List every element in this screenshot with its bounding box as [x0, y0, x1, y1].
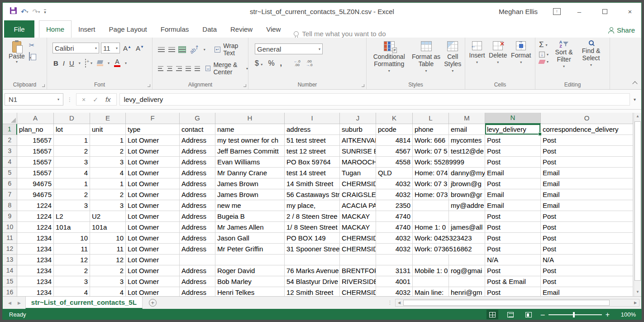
cell-G13[interactable] — [180, 255, 215, 265]
cell-H8[interactable]: new me — [215, 200, 285, 211]
formula-input[interactable]: levy_delivery — [119, 93, 630, 106]
row-header-9[interactable]: 9 — [3, 211, 17, 222]
cell-E3[interactable]: 2 — [90, 146, 126, 157]
cell-I11[interactable]: PO BOX 149 — [285, 233, 340, 244]
row-header-8[interactable]: 8 — [3, 200, 17, 211]
share-button[interactable]: Share — [608, 26, 635, 34]
scroll-left-arrow[interactable]: ◀ — [396, 301, 403, 305]
cell-L4[interactable]: Work: 55289999 — [413, 157, 449, 168]
row-header-10[interactable]: 10 — [3, 222, 17, 233]
cell-D2[interactable]: 1 — [54, 135, 90, 146]
cell-D11[interactable]: 10 — [54, 233, 90, 244]
cell-G8[interactable]: Address — [180, 200, 215, 211]
cell-E7[interactable]: 2 — [90, 189, 126, 200]
cell-G4[interactable]: Address — [180, 157, 215, 168]
cell-H12[interactable]: Mr Peter Griffin — [215, 244, 285, 255]
cell-D16[interactable]: 4 — [54, 287, 90, 296]
cell-I7[interactable]: 56 Castaways Str — [285, 189, 340, 200]
cell-N2[interactable]: Post — [485, 135, 541, 146]
horizontal-scroll-thumb[interactable] — [403, 300, 610, 306]
cell-K11[interactable]: 4032 — [376, 233, 413, 244]
cell-G1[interactable]: contact — [180, 124, 215, 135]
cell-A6[interactable]: 94675 — [17, 178, 54, 189]
column-header-K[interactable]: K — [376, 113, 413, 124]
font-color-button[interactable]: A — [114, 59, 120, 67]
cell-E8[interactable]: 3 — [90, 200, 126, 211]
collapse-ribbon-button[interactable] — [632, 81, 637, 86]
cell-O1[interactable]: correspondence_delivery — [541, 124, 633, 135]
cell-E5[interactable]: 4 — [90, 168, 126, 178]
column-header-L[interactable]: L — [413, 113, 449, 124]
cell-O10[interactable]: Post — [541, 222, 633, 233]
cell-H4[interactable]: Evan Williams — [215, 157, 285, 168]
cell-D3[interactable]: 2 — [54, 146, 90, 157]
wrap-text-button[interactable]: ↩ Wrap Text — [215, 42, 248, 57]
bold-button[interactable]: B — [53, 59, 58, 67]
cell-M16[interactable]: henri@gm — [449, 287, 485, 296]
middle-align-button[interactable] — [168, 47, 175, 53]
dialog-launcher-clipboard[interactable] — [42, 84, 45, 87]
bottom-align-button[interactable] — [179, 47, 186, 53]
cell-H10[interactable]: Mr James Allen — [215, 222, 285, 233]
cell-A8[interactable]: 1224 — [17, 200, 54, 211]
cell-E15[interactable]: 3 — [90, 276, 126, 287]
cell-A1[interactable]: plan_no — [17, 124, 54, 135]
tell-me-box[interactable]: Tell me what you want to do — [294, 30, 386, 38]
cell-G16[interactable]: Address — [180, 287, 215, 296]
row-header-2[interactable]: 2 — [3, 135, 17, 146]
cell-L7[interactable]: Home: 073 — [413, 189, 449, 200]
cell-J13[interactable] — [340, 255, 376, 265]
cell-I14[interactable]: 76 Marks Avenue — [285, 265, 340, 276]
page-layout-view-button[interactable] — [505, 310, 516, 319]
cell-A12[interactable]: 1234 — [17, 244, 54, 255]
cell-F13[interactable]: Lot Owner — [126, 255, 180, 265]
font-size-combo[interactable]: 11▾ — [101, 43, 120, 53]
cell-F14[interactable]: Lot Owner — [126, 265, 180, 276]
italic-button[interactable]: I — [63, 59, 65, 67]
cell-N1[interactable]: levy_delivery — [485, 124, 541, 135]
cell-E4[interactable]: 3 — [90, 157, 126, 168]
maximize-button[interactable] — [598, 8, 611, 15]
cell-N7[interactable]: Email — [485, 189, 541, 200]
cell-F2[interactable]: Lot Owner — [126, 135, 180, 146]
cell-J12[interactable]: CHERMSID — [340, 244, 376, 255]
cell-D5[interactable]: 4 — [54, 168, 90, 178]
cell-F8[interactable]: Lot Owner — [126, 200, 180, 211]
cell-M9[interactable] — [449, 211, 485, 222]
cell-N4[interactable]: Post — [485, 157, 541, 168]
row-header-1[interactable]: 1 — [3, 124, 17, 135]
cell-G3[interactable]: Address — [180, 146, 215, 157]
cell-O2[interactable]: Post — [541, 135, 633, 146]
cell-G12[interactable]: Address — [180, 244, 215, 255]
shrink-font-button[interactable]: A▼ — [134, 44, 145, 52]
vertical-scroll-thumb[interactable] — [634, 121, 641, 281]
cell-A13[interactable]: 1234 — [17, 255, 54, 265]
cell-K3[interactable]: 4567 — [376, 146, 413, 157]
save-button[interactable] — [10, 7, 17, 16]
column-header-D[interactable]: D — [54, 113, 90, 124]
align-right-button[interactable] — [176, 66, 181, 72]
cell-L5[interactable]: Home: 074 — [413, 168, 449, 178]
zoom-slider-thumb[interactable] — [573, 312, 575, 317]
cell-L9[interactable] — [413, 211, 449, 222]
cell-K9[interactable]: 4740 — [376, 211, 413, 222]
cell-E16[interactable]: 4 — [90, 287, 126, 296]
font-name-combo[interactable]: Calibri▾ — [52, 43, 99, 53]
formula-bar-splitter[interactable]: ⋮ — [63, 96, 76, 103]
cell-D8[interactable]: 3 — [54, 200, 90, 211]
cell-J8[interactable]: ACACIA PA — [340, 200, 376, 211]
zoom-in-button[interactable]: + — [606, 311, 610, 318]
cell-A3[interactable]: 15657 — [17, 146, 54, 157]
cell-D12[interactable]: 11 — [54, 244, 90, 255]
cell-A4[interactable]: 15657 — [17, 157, 54, 168]
cell-E13[interactable]: 12 — [90, 255, 126, 265]
cell-G9[interactable]: Address — [180, 211, 215, 222]
row-header-7[interactable]: 7 — [3, 189, 17, 200]
cell-J4[interactable]: MAROOCH — [340, 157, 376, 168]
cell-L10[interactable]: Home 1: 0 — [413, 222, 449, 233]
borders-button[interactable] — [85, 59, 86, 67]
merge-center-button[interactable]: ↔ Merge & Center ▾ — [205, 61, 248, 76]
vertical-scrollbar[interactable]: ▲ ▼ — [634, 113, 641, 296]
cell-D1[interactable]: lot — [54, 124, 90, 135]
tabbar-splitter[interactable]: ⋮ — [387, 300, 392, 306]
